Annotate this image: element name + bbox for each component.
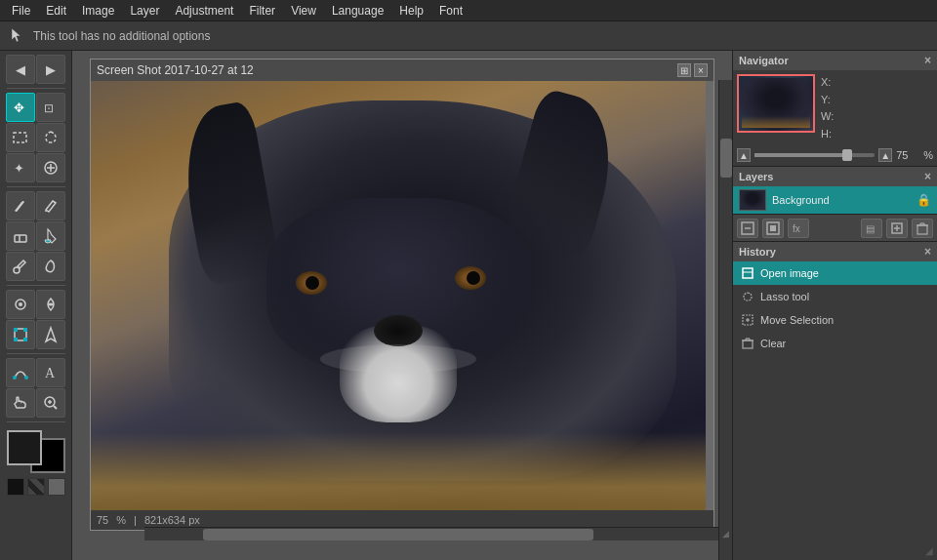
menu-help[interactable]: Help — [391, 2, 431, 20]
canvas-image[interactable] — [91, 81, 706, 510]
layer-btn-delete[interactable] — [912, 219, 933, 238]
canvas-window: Screen Shot 2017-10-27 at 12 ⊞ × — [90, 59, 714, 531]
layer-btn-mask[interactable] — [762, 219, 784, 238]
menu-image[interactable]: Image — [74, 2, 122, 20]
history-label-1: Lasso tool — [760, 291, 809, 302]
nav-y-label: Y: — [821, 94, 831, 105]
menu-edit[interactable]: Edit — [38, 2, 74, 20]
menu-file[interactable]: File — [4, 2, 38, 20]
transform-tool-btn[interactable] — [6, 320, 35, 349]
nav-w-label: W: — [821, 110, 834, 122]
menu-filter[interactable]: Filter — [241, 2, 283, 20]
nav-prev-btn[interactable]: ◀ — [6, 55, 35, 84]
fill-tool-btn[interactable] — [36, 221, 65, 251]
layer-btn-new[interactable] — [886, 219, 908, 238]
history-item-1[interactable]: Lasso tool — [733, 285, 937, 308]
svg-rect-3 — [14, 133, 26, 142]
pattern-swatch-3[interactable] — [48, 478, 65, 496]
menu-adjustment[interactable]: Adjustment — [167, 2, 241, 20]
history-label-0: Open image — [760, 267, 819, 279]
history-close-btn[interactable]: × — [924, 245, 931, 259]
tool-sep-4 — [7, 353, 65, 354]
tool-row-10 — [6, 388, 65, 418]
nav-h-label: H: — [821, 128, 832, 140]
canvas-close-btn[interactable]: × — [694, 63, 708, 77]
tool-sep-3 — [7, 285, 65, 286]
wand-tool-btn[interactable]: ✦ — [6, 153, 35, 182]
nav-zoom-slider[interactable] — [754, 153, 875, 157]
canvas-vscroll[interactable] — [718, 80, 732, 560]
nav-slider-thumb[interactable] — [842, 149, 852, 161]
svg-rect-18 — [14, 338, 18, 341]
options-bar: This tool has no additional options — [0, 21, 937, 51]
brush-tool-btn[interactable] — [6, 191, 35, 220]
history-items: Open image Lasso tool Move Selection — [733, 261, 937, 355]
canvas-title-controls: ⊞ × — [677, 63, 708, 77]
navigator-close-btn[interactable]: × — [924, 54, 931, 67]
canvas-maximize-btn[interactable]: ⊞ — [677, 63, 691, 77]
tool-row-7 — [6, 290, 65, 319]
nav-zoom-value: 75 — [896, 149, 919, 161]
pattern-swatch-2[interactable] — [27, 478, 45, 496]
zoom-tool-btn[interactable] — [36, 388, 65, 418]
sharpen-tool-btn[interactable] — [36, 320, 65, 349]
navigator-content: X: Y: W: H: — [733, 70, 937, 146]
dodge-tool-btn[interactable] — [6, 290, 35, 319]
svg-text:⊡: ⊡ — [44, 101, 54, 115]
history-item-2[interactable]: Move Selection — [733, 308, 937, 332]
layer-btn-effects[interactable]: fx — [788, 219, 809, 238]
eraser-tool-btn[interactable] — [6, 221, 35, 251]
layer-lock-icon: 🔒 — [917, 193, 931, 207]
canvas-dimensions: 821x634 px — [144, 514, 200, 526]
crop-tool-btn[interactable]: ⊡ — [36, 93, 65, 122]
canvas-separator: | — [134, 514, 137, 526]
menu-language[interactable]: Language — [324, 2, 391, 20]
smudge-tool-btn[interactable] — [36, 252, 65, 281]
layers-close-btn[interactable]: × — [924, 170, 931, 183]
rect-select-tool-btn[interactable] — [6, 123, 35, 152]
canvas-title: Screen Shot 2017-10-27 at 12 — [97, 63, 254, 77]
color-swatches[interactable] — [7, 430, 65, 473]
text-tool-btn[interactable]: A — [36, 358, 65, 387]
svg-line-8 — [53, 201, 56, 203]
svg-rect-47 — [743, 340, 753, 348]
canvas-hscroll[interactable] — [144, 527, 718, 540]
move-tool-btn[interactable]: ✥ — [6, 93, 35, 122]
path-tool-btn[interactable] — [6, 358, 35, 387]
nav-zoom-in-btn[interactable]: ▲ — [878, 148, 892, 162]
history-icon-2 — [741, 313, 754, 327]
history-item-0[interactable]: Open image — [733, 261, 937, 285]
layer-btn-merge[interactable] — [737, 219, 758, 238]
nav-zoom-pct: % — [923, 149, 933, 161]
toolbox-nav-row: ◀ ▶ — [6, 55, 65, 84]
layer-btn-group[interactable]: ▤ — [861, 219, 882, 238]
main-area: ◀ ▶ ✥ ⊡ ✦ — [0, 51, 937, 560]
pencil-tool-btn[interactable] — [36, 191, 65, 220]
svg-rect-31 — [770, 225, 776, 231]
nav-zoom-out-btn[interactable]: ▲ — [737, 148, 751, 162]
layer-row-background[interactable]: Background 🔒 — [733, 186, 937, 214]
foreground-color-swatch[interactable] — [7, 430, 42, 465]
history-item-3[interactable]: Clear — [733, 332, 937, 355]
pattern-swatch-1[interactable] — [7, 478, 24, 496]
layer-name: Background — [772, 194, 911, 206]
navigator-zoom: ▲ ▲ 75 % — [733, 146, 937, 166]
svg-rect-16 — [14, 328, 18, 332]
options-text: This tool has no additional options — [33, 29, 210, 43]
blur-tool-btn[interactable] — [36, 290, 65, 319]
navigator-thumbnail[interactable] — [737, 74, 815, 133]
lasso-tool-btn[interactable] — [36, 123, 65, 152]
menu-layer[interactable]: Layer — [122, 2, 167, 20]
heal-tool-btn[interactable] — [36, 153, 65, 182]
tool-sep-5 — [7, 421, 65, 422]
right-panel: Navigator × X: Y: W: H: ▲ — [732, 51, 937, 560]
menu-view[interactable]: View — [283, 2, 324, 20]
menu-font[interactable]: Font — [431, 2, 470, 20]
svg-point-22 — [24, 376, 28, 380]
svg-rect-42 — [743, 268, 753, 278]
history-panel: History × Open image Lasso tool — [733, 242, 937, 560]
history-label-2: Move Selection — [760, 314, 834, 326]
nav-next-btn[interactable]: ▶ — [36, 55, 65, 84]
hand-tool-btn[interactable] — [6, 388, 35, 418]
dropper-tool-btn[interactable] — [6, 252, 35, 281]
